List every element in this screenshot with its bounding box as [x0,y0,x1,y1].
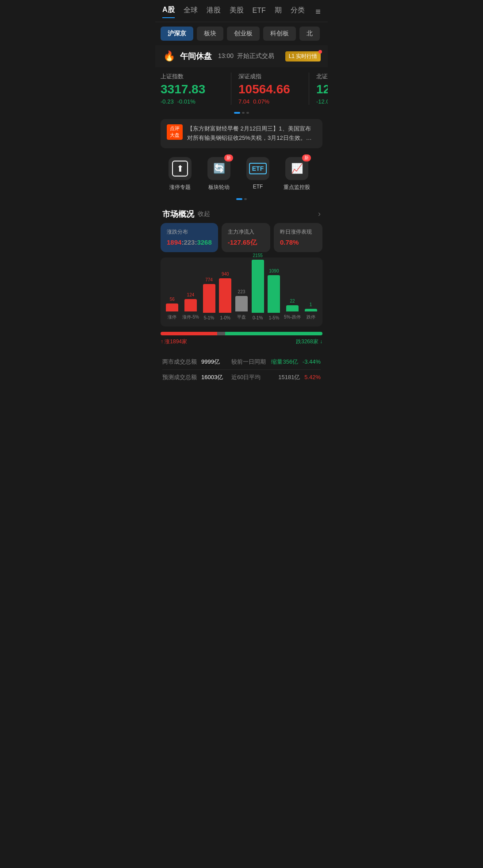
nav-item-a-stock[interactable]: A股 [162,5,175,18]
bar-value-label: 22 [290,299,295,303]
nav-item-hk[interactable]: 港股 [207,6,221,18]
subnav-chinext[interactable]: 创业板 [227,27,260,41]
bar-value-label: 1090 [269,269,279,273]
subnav-shanghai[interactable]: 沪深京 [161,27,193,41]
index-name-sz: 深证成指 [238,73,302,81]
nav-item-etf[interactable]: ETF [253,7,266,17]
bar-x-label: 1-0% [220,315,230,320]
nav-item-futures[interactable]: 期 [275,6,282,18]
market-overview-collapse[interactable]: 收起 [198,210,210,218]
stat-card-mainflow[interactable]: 主力净流入 -127.65亿 [222,223,270,252]
bar-rect [166,303,178,311]
feature-sector-rotation[interactable]: 🔄 新 板块轮动 [199,157,238,191]
dot-3 [246,112,249,114]
bar-value-label: 56 [170,297,175,302]
bar-chart: 56涨停124涨停-5%7745-1%9401-0%223平盘21550-1%1… [164,263,319,320]
stat-card-yesterday-limit[interactable]: 昨日涨停表现 0.78% [274,223,322,252]
news-badge: 点评 大盘 [167,124,183,140]
bar-col: 10901-5% [268,269,280,320]
bar-col: 1跌停 [305,302,317,320]
nav-item-us[interactable]: 美股 [230,6,244,18]
market-status-label: 午间休盘 [180,51,212,61]
stat-row-1: 两市成交总额 9999亿 较前一日同期 缩量356亿 -3.44% [162,354,321,370]
index-value-sh: 3317.83 [161,82,224,96]
features-dots [155,196,328,204]
progress-section: ↑ 涨1894家 跌3268家 ↓ [161,332,322,346]
bar-rect [286,305,299,311]
progress-rise-label: ↑ 涨1894家 [161,338,187,346]
bar-col: 7745-1% [203,277,215,320]
bar-value-label: 124 [187,292,195,297]
bar-col: 21550-1% [252,253,264,320]
index-value-sz: 10564.66 [238,82,302,96]
index-dots [155,108,328,119]
subnav-north[interactable]: 北 [299,27,320,41]
bar-col: 124涨停-5% [182,292,199,320]
bar-x-label: 5%-跌停 [284,314,301,320]
bar-rect [305,309,317,311]
bar-col: 223平盘 [235,289,248,320]
feature-rise-limit[interactable]: ⬆ 涨停专题 [161,157,199,191]
rise-limit-icon: ⬆ [169,157,192,180]
nav-menu-icon[interactable]: ≡ [315,7,321,17]
index-cards-row: 上证指数 3317.83 -0.23 -0.01% 深证成指 10564.66 … [155,67,328,108]
bar-x-label: 涨停-5% [182,314,199,320]
bar-value-label: 2155 [253,253,263,258]
features-row: ⬆ 涨停专题 🔄 新 板块轮动 ETF ETF 📈 新 重点监控股 [155,154,328,196]
subnav-star[interactable]: 科创板 [263,27,296,41]
nav-item-category[interactable]: 分类 [291,6,305,18]
feature-key-watch[interactable]: 📈 新 重点监控股 [277,157,316,191]
stats-cards-row: 涨跌分布 1894:223:3268 主力净流入 -127.65亿 昨日涨停表现… [155,223,328,257]
index-card-bz50[interactable]: 北证50 1238.37 -12.06 -0.96% [316,73,328,105]
bar-col: 225%-跌停 [284,299,301,320]
nav-item-global[interactable]: 全球 [184,6,198,18]
bar-rect [219,278,231,313]
sub-nav: 沪深京 板块 创业板 科创板 北 [155,22,328,45]
stat-val-vs-prev: 缩量356亿 -3.44% [271,358,321,366]
bar-value-label: 1 [310,302,312,307]
stat-val-60d-avg: 15181亿 5.42% [278,373,321,381]
stat-label-distribution: 涨跌分布 [167,228,212,236]
index-card-sh[interactable]: 上证指数 3317.83 -0.23 -0.01% [161,73,231,105]
stat-label-60d-avg: 近60日平均 [231,373,267,381]
bar-x-label: 跌停 [307,314,315,320]
stat-value-yesterday-limit: 0.78% [280,238,316,246]
news-text: 【东方财富财经早餐 2月12日周三】1、美国宣布对所有输美钢铝征收25%关税，3… [187,124,316,143]
index-change-sz: 7.04 0.07% [238,98,302,105]
bar-rect [268,275,280,313]
stat-val-predicted-volume: 16003亿 [201,373,228,381]
bar-chart-section: 56涨停124涨停-5%7745-1%9401-0%223平盘21550-1%1… [161,257,322,326]
stat-card-distribution[interactable]: 涨跌分布 1894:223:3268 [161,223,218,252]
bar-col: 9401-0% [219,272,231,320]
etf-icon: ETF [246,157,269,180]
progress-fall-label: 跌3268家 ↓ [296,338,322,346]
bar-rect [203,284,215,313]
dot-2 [242,112,245,114]
market-overview-title: 市场概况 [162,209,194,219]
bar-x-label: 5-1% [204,315,214,320]
market-overview-arrow[interactable]: › [318,209,321,219]
bar-rect [184,299,197,311]
progress-labels: ↑ 涨1894家 跌3268家 ↓ [161,338,322,346]
top-nav: A股 全球 港股 美股 ETF 期 分类 ≡ [155,0,328,22]
stat-label-mainflow: 主力净流入 [228,228,264,236]
market-time: 13:00 开始正式交易 [218,52,274,60]
news-banner[interactable]: 点评 大盘 【东方财富财经早餐 2月12日周三】1、美国宣布对所有输美钢铝征收2… [161,119,322,148]
stat-label-total-volume: 两市成交总额 [162,358,198,366]
progress-red [161,332,217,335]
key-watch-icon: 📈 新 [285,157,308,180]
market-status-icon: 🔥 [162,50,176,63]
stat-label-predicted-volume: 预测成交总额 [162,373,198,381]
bar-rect [252,260,264,313]
index-name-sh: 上证指数 [161,73,224,81]
index-card-sz[interactable]: 深证成指 10564.66 7.04 0.07% [238,73,309,105]
realtime-badge[interactable]: L1 实时行情 [285,51,321,61]
subnav-block[interactable]: 板块 [197,27,223,41]
bar-value-label: 774 [205,277,213,282]
feature-etf[interactable]: ETF ETF [238,157,277,191]
dot-1 [234,112,240,114]
key-watch-label: 重点监控股 [284,184,310,191]
stat-label-yesterday-limit: 昨日涨停表现 [280,228,316,236]
market-stats-table: 两市成交总额 9999亿 较前一日同期 缩量356亿 -3.44% 预测成交总额… [155,351,328,392]
progress-gray [217,332,225,335]
